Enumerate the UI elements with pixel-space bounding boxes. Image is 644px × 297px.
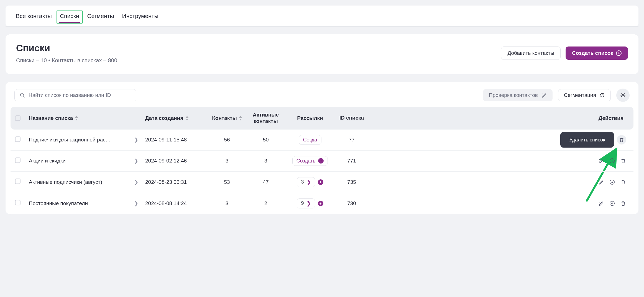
table-row[interactable]: Акции и скидки❯2024-09-02 12:4633Создать… [11,151,633,172]
row-checkbox[interactable] [15,200,21,205]
th-id-label: ID списка [339,115,364,121]
row-created: 2024-09-02 12:46 [145,158,209,164]
delete-tooltip: Удалить список [560,132,614,148]
trash-icon [620,179,626,185]
page-subtitle: Списки – 10 • Контакты в списках – 800 [16,57,117,64]
add-contacts-button[interactable]: Добавить контакты [501,47,561,60]
th-created-label: Дата создания [145,115,183,121]
row-created: 2024-08-08 14:24 [145,200,209,206]
mailing-count-button[interactable]: 9❯ [297,198,315,208]
download-icon [609,201,615,206]
create-list-label: Создать список [572,50,613,56]
add-mailing-button[interactable]: + [318,201,323,206]
row-created: 2024-09-11 15:48 [145,137,209,143]
row-contacts: 56 [209,137,245,143]
search-icon [20,92,25,98]
th-actions-label: Действия [599,115,623,121]
delete-action[interactable] [617,135,626,144]
segmentation-label: Сегментация [564,92,596,98]
row-checkbox[interactable] [15,157,21,163]
tab-segments[interactable]: Сегменты [87,13,115,23]
header-left: Списки Списки – 10 • Контакты в списках … [16,43,117,64]
row-id: 77 [334,137,370,143]
delete-action[interactable] [620,200,626,206]
settings-button[interactable] [616,89,630,102]
verify-contacts-button[interactable]: Проверка контактов [483,89,553,101]
table-header-row: Название списка Дата создания Контакты А… [11,107,633,130]
plus-circle-icon: + [616,50,622,56]
refresh-icon [599,92,605,98]
th-name[interactable]: Название списка [29,115,134,121]
plus-icon: + [318,158,324,164]
mailing-count-button[interactable]: 3❯ [297,177,315,187]
th-active[interactable]: Активные контакты [245,112,287,125]
tab-all-contacts[interactable]: Все контакты [15,13,52,23]
create-mailing-button[interactable]: Созда [299,135,321,145]
th-created[interactable]: Дата создания [145,115,209,121]
tab-lists[interactable]: Списки [59,13,80,23]
wand-action[interactable] [598,158,604,164]
download-action[interactable] [609,179,615,185]
sort-icon [75,116,78,120]
row-mailings: 3❯+ [287,177,334,187]
wand-icon [541,92,547,98]
gear-icon [620,92,626,98]
download-action[interactable] [609,200,615,206]
row-active: 47 [245,179,287,185]
tab-tools[interactable]: Инструменты [122,13,159,23]
header-right: Добавить контакты Создать список + [501,47,628,60]
table-body: Подписчики для акционной рас…❯2024-09-11… [11,130,633,214]
th-actions: Действия [370,115,629,121]
tab-lists-label: Списки [60,13,79,19]
row-name: Акции и скидки [29,158,134,164]
th-id: ID списка [334,115,370,121]
th-mailings-label: Рассылки [297,115,323,121]
page-container: Все контакты Списки Сегменты Инструменты [6,6,638,27]
delete-action[interactable] [620,179,626,185]
row-id: 735 [334,179,370,185]
expand-chevron[interactable]: ❯ [134,158,145,164]
th-checkbox[interactable] [15,115,29,121]
wand-action[interactable] [598,179,604,185]
sort-icon [239,116,242,120]
page-title: Списки [16,43,117,53]
row-id: 730 [334,200,370,206]
trash-icon [620,158,626,164]
table-row[interactable]: Постоянные покупатели❯2024-08-08 14:2432… [11,193,633,214]
wand-action[interactable] [598,200,604,206]
search-placeholder: Найти список по названию или ID [29,92,111,98]
row-actions [370,158,629,164]
row-contacts: 3 [209,200,245,206]
th-mailings: Рассылки [287,115,334,121]
wand-icon [598,179,604,185]
row-active: 3 [245,158,287,164]
toolbar-right: Проверка контактов Сегментация [483,89,630,102]
table-row[interactable]: Подписчики для акционной рас…❯2024-09-11… [11,130,633,151]
row-checkbox[interactable] [15,179,21,184]
create-list-button[interactable]: Создать список + [566,47,628,60]
row-name: Активные подписчики (август) [29,179,134,185]
row-contacts: 53 [209,179,245,185]
expand-chevron[interactable]: ❯ [134,179,145,185]
wand-icon [598,158,604,164]
expand-chevron[interactable]: ❯ [134,137,145,143]
expand-chevron[interactable]: ❯ [134,200,145,206]
table-card: Найти список по названию или ID Проверка… [6,82,638,214]
trash-icon [619,137,624,143]
delete-action[interactable] [620,158,626,164]
add-mailing-button[interactable]: + [318,179,323,185]
row-checkbox[interactable] [15,136,21,142]
row-mailings: 9❯+ [287,198,334,208]
checkbox-icon [15,115,21,121]
segmentation-button[interactable]: Сегментация [558,89,611,101]
wand-icon [598,201,604,206]
table: Название списка Дата создания Контакты А… [6,107,638,214]
table-row[interactable]: Активные подписчики (август)❯2024-08-23 … [11,172,633,193]
th-contacts-label: Контакты [212,115,237,121]
download-icon [609,158,615,164]
search-input[interactable]: Найти список по названию или ID [14,89,136,101]
th-contacts[interactable]: Контакты [209,115,245,121]
download-action[interactable] [609,158,615,164]
header-card: Списки Списки – 10 • Контакты в списках … [6,34,638,74]
create-mailing-button[interactable]: Создать+ [292,156,328,166]
